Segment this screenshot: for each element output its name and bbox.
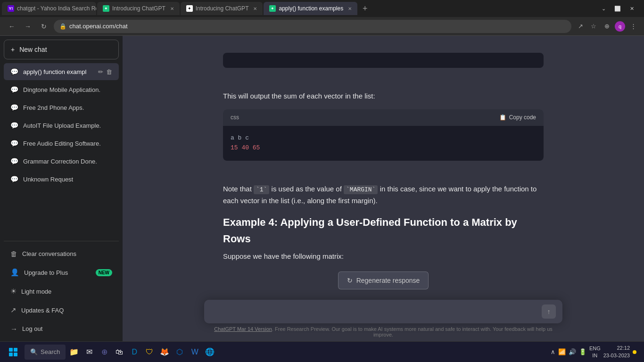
chat-list: 💬 apply() function exampl ✏ 🗑 💬 Dingtone… [4,63,119,237]
tab-yahoo[interactable]: Y! chatgpt - Yahoo India Search Res... ✕ [2,2,96,15]
chat-icon: 💬 [10,122,18,129]
chat-input[interactable] [211,307,537,319]
copy-icon: 📋 [499,113,506,122]
note-inline-1: `1` [254,185,269,194]
light-mode-action[interactable]: ☀ Light mode [4,282,119,300]
share-icon[interactable]: ↗ [575,21,586,32]
bookmark-icon[interactable]: ☆ [588,21,599,32]
chat-item-phone[interactable]: 💬 Free 2nd Phone Apps. [4,99,119,116]
url-bar[interactable]: 🔒 chat.openai.com/chat [54,20,571,33]
taskbar-files[interactable]: 📁 [67,346,81,359]
menu-icon[interactable]: ⋮ [628,21,638,32]
message-content-output: This will output the sum of each vector … [204,90,562,161]
new-tab-button[interactable]: + [358,2,372,15]
message-block-prev [123,45,644,83]
log-out-action[interactable]: → Log out [4,320,119,337]
taskbar-firefox[interactable]: 🦊 [158,346,171,359]
logout-label: Log out [22,325,42,332]
refresh-button[interactable]: ↻ [38,20,50,33]
taskbar-teams[interactable]: ⊕ [98,346,111,359]
updates-faq-action[interactable]: ↗ Updates & FAQ [4,301,119,319]
note-inline-2: `MARGIN` [344,185,378,194]
code-block-1-header: css 📋 Copy code [223,109,544,126]
close-window-button[interactable]: ✕ [625,3,638,14]
chat-icon: 💬 [10,175,18,183]
chat-label: apply() function exampl [23,68,93,75]
chat-item-unknown[interactable]: 💬 Unknown Request [4,171,119,188]
taskbar: 🔍 Search 📁 ✉ ⊕ 🛍 D 🛡 🦊 ⬡ W 🌐 ∧ 📶 🔊 🔋 ENG… [0,341,644,362]
taskbar-chrome[interactable]: 🌐 [203,346,216,359]
note-paragraph: Note that `1` is used as the value of `M… [223,183,544,206]
footer-link[interactable]: ChatGPT Mar 14 Version [214,326,272,332]
tray-battery[interactable]: 🔋 [579,348,586,355]
back-button[interactable]: ← [6,20,18,33]
forward-button[interactable]: → [22,20,34,33]
taskbar-edge[interactable]: ⬡ [173,346,186,359]
tab-close-4[interactable]: ✕ [348,6,352,11]
code-line-2: 15 40 65 [231,143,536,153]
chat-icon: 💬 [10,104,18,111]
tab-apply[interactable]: ✦ apply() function examples ✕ [264,2,357,15]
code-lang-css: css [231,113,239,122]
chat-messages: This will output the sum of each vector … [123,36,644,267]
yahoo-favicon: Y! [8,5,14,12]
maximize-button[interactable]: ⬜ [611,3,624,14]
apply-favicon: ✦ [269,5,276,12]
send-button[interactable]: ↑ [542,304,556,319]
chat-icon: 💬 [10,157,18,165]
tray-network[interactable]: 📶 [558,348,566,355]
tab-close-3[interactable]: ✕ [253,6,257,11]
external-link-icon: ↗ [10,306,17,314]
taskbar-store[interactable]: 🛍 [113,346,126,359]
chat-item-audio[interactable]: 💬 Free Audio Editing Software. [4,135,119,152]
light-mode-label: Light mode [21,288,51,295]
tab-label: apply() function examples [279,5,343,12]
chat-icon: 💬 [10,140,18,147]
tab-chatgpt1[interactable]: ✦ Introducing ChatGPT ✕ [97,2,180,15]
chat-label: Dingtone Mobile Application. [23,86,112,93]
taskbar-search[interactable]: 🔍 Search [25,345,66,360]
extensions-icon[interactable]: ⊕ [602,21,612,32]
chat-item-actions[interactable]: ✏ 🗑 [98,68,112,75]
tray-volume[interactable]: 🔊 [569,348,576,355]
chat-item-apply[interactable]: 💬 apply() function exampl ✏ 🗑 [4,63,119,80]
tab-bar: Y! chatgpt - Yahoo India Search Res... ✕… [0,0,644,17]
delete-icon[interactable]: 🗑 [106,68,112,75]
regenerate-button[interactable]: ↻ Regenerate response [338,272,429,289]
code-block-1-body: a b c 15 40 65 [223,126,544,161]
profile-icon[interactable]: q [615,21,625,32]
chat-icon: 💬 [10,86,18,93]
minimize-button[interactable]: ⌄ [597,3,610,14]
taskbar-word[interactable]: W [188,346,201,359]
sidebar-bottom: 🗑 Clear conversations 👤 Upgrade to Plus … [4,241,119,337]
message-content [204,53,562,68]
regenerate-icon: ↻ [347,277,353,284]
search-icon: 🔍 [30,348,38,355]
app-body: + New chat 💬 apply() function exampl ✏ 🗑… [0,36,644,341]
url-text: chat.openai.com/chat [69,23,128,30]
taskbar-mail[interactable]: ✉ [83,346,96,359]
taskbar-dell[interactable]: D [128,346,141,359]
chat-icon: 💬 [10,68,18,75]
edit-icon[interactable]: ✏ [98,68,103,75]
output-text: This will output the sum of each vector … [223,90,544,102]
clear-conversations-label: Clear conversations [22,250,76,257]
notification-dot [633,350,636,354]
tab-close-2[interactable]: ✕ [170,6,174,11]
copy-label: Copy code [509,113,536,122]
trash-icon: 🗑 [10,250,17,258]
copy-code-button-1[interactable]: 📋 Copy code [499,113,536,122]
clear-conversations-action[interactable]: 🗑 Clear conversations [4,245,119,263]
start-button[interactable] [4,344,23,361]
chat-label: Unknown Request [23,176,112,183]
taskbar-antivirus[interactable]: 🛡 [143,346,156,359]
tray-up-arrow[interactable]: ∧ [551,348,555,355]
new-chat-button[interactable]: + New chat [4,40,119,59]
chat-item-dingtone[interactable]: 💬 Dingtone Mobile Application. [4,81,119,98]
chat-item-grammar[interactable]: 💬 Grammar Correction Done. [4,153,119,170]
sun-icon: ☀ [10,287,17,296]
chat-item-autoit[interactable]: 💬 AutoIT File Upload Example. [4,117,119,134]
upgrade-to-plus-action[interactable]: 👤 Upgrade to Plus NEW [4,263,119,281]
tab-chatgpt2[interactable]: ✦ Introducing ChatGPT ✕ [181,2,263,15]
plus-icon: + [11,46,15,53]
